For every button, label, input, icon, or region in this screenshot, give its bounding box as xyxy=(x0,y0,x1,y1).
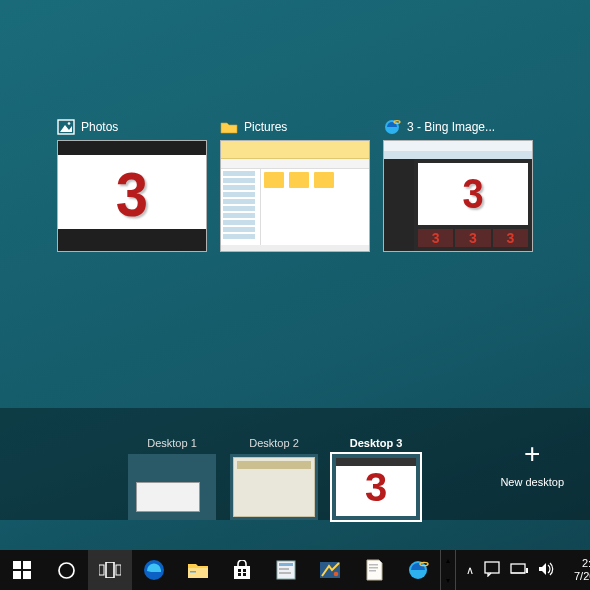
taskbar-scroll[interactable]: ▴ ▾ xyxy=(440,550,456,590)
svg-rect-20 xyxy=(243,573,246,576)
svg-marker-1 xyxy=(60,125,72,132)
action-center-icon[interactable] xyxy=(484,561,500,579)
svg-rect-15 xyxy=(190,571,196,573)
svg-rect-18 xyxy=(243,569,246,572)
task-view-windows: Photos 3 Pictures 3 - xyxy=(57,118,533,252)
network-icon[interactable] xyxy=(510,562,528,578)
virtual-desktop-label: Desktop 3 xyxy=(332,436,420,454)
svg-rect-22 xyxy=(279,563,293,566)
task-view-window-photos[interactable]: Photos 3 xyxy=(57,118,207,252)
virtual-desktop-3[interactable]: Desktop 3 3 xyxy=(332,436,420,520)
svg-rect-29 xyxy=(369,570,376,572)
svg-rect-5 xyxy=(13,561,21,569)
virtual-desktop-1[interactable]: Desktop 1 xyxy=(128,436,216,520)
task-view-window-pictures[interactable]: Pictures xyxy=(220,118,370,252)
taskbar-app-program2[interactable] xyxy=(308,550,352,590)
task-view-window-ie[interactable]: 3 - Bing Image... 3 333 xyxy=(383,118,533,252)
clock-time: 2:24 PM xyxy=(574,557,590,570)
svg-rect-8 xyxy=(23,571,31,579)
svg-rect-28 xyxy=(369,567,378,569)
chevron-down-icon[interactable]: ▾ xyxy=(441,570,455,590)
task-view-button[interactable] xyxy=(88,550,132,590)
start-button[interactable] xyxy=(0,550,44,590)
taskbar-clock[interactable]: 2:24 PM 7/20/2015 xyxy=(564,557,590,583)
svg-rect-16 xyxy=(234,566,250,579)
volume-icon[interactable] xyxy=(538,561,554,579)
svg-rect-23 xyxy=(279,568,289,570)
svg-point-2 xyxy=(68,122,71,125)
svg-rect-34 xyxy=(526,568,528,573)
task-view-window-label: Pictures xyxy=(244,120,287,134)
task-view-thumb-ie[interactable]: 3 333 xyxy=(383,140,533,252)
task-view-thumb-photos[interactable]: 3 xyxy=(57,140,207,252)
virtual-desktop-label: Desktop 1 xyxy=(128,436,216,454)
cortana-button[interactable] xyxy=(44,550,88,590)
svg-point-9 xyxy=(59,563,74,578)
svg-rect-6 xyxy=(23,561,31,569)
new-desktop-button[interactable]: + New desktop xyxy=(500,440,564,488)
svg-rect-27 xyxy=(369,564,378,566)
svg-rect-17 xyxy=(238,569,241,572)
system-tray: ∧ xyxy=(456,561,564,579)
svg-rect-14 xyxy=(188,568,208,578)
taskbar-app-store[interactable] xyxy=(220,550,264,590)
svg-rect-10 xyxy=(99,565,104,575)
svg-rect-12 xyxy=(116,565,121,575)
taskbar-app-ie[interactable] xyxy=(396,550,440,590)
taskbar-app-edge[interactable] xyxy=(132,550,176,590)
taskbar: ▴ ▾ ∧ 2:24 PM 7/20/2015 xyxy=(0,550,590,590)
task-view-window-label: 3 - Bing Image... xyxy=(407,120,495,134)
virtual-desktop-2[interactable]: Desktop 2 xyxy=(230,436,318,520)
svg-point-26 xyxy=(334,572,339,577)
plus-icon: + xyxy=(500,440,564,468)
virtual-desktops-strip: Desktop 1 Desktop 2 Desktop 3 3 + New de… xyxy=(0,408,590,520)
task-view-window-label: Photos xyxy=(81,120,118,134)
ie-icon xyxy=(383,118,401,136)
taskbar-app-file-explorer[interactable] xyxy=(176,550,220,590)
svg-rect-32 xyxy=(485,562,499,573)
svg-rect-7 xyxy=(13,571,21,579)
new-desktop-label: New desktop xyxy=(500,476,564,488)
taskbar-app-program3[interactable] xyxy=(352,550,396,590)
svg-rect-24 xyxy=(279,572,291,574)
clock-date: 7/20/2015 xyxy=(574,570,590,583)
folder-icon xyxy=(220,118,238,136)
svg-rect-33 xyxy=(511,564,525,573)
taskbar-app-program1[interactable] xyxy=(264,550,308,590)
svg-rect-11 xyxy=(106,562,114,578)
virtual-desktop-label: Desktop 2 xyxy=(230,436,318,454)
svg-rect-19 xyxy=(238,573,241,576)
tray-overflow-button[interactable]: ∧ xyxy=(466,564,474,577)
task-view-thumb-explorer[interactable] xyxy=(220,140,370,252)
chevron-up-icon[interactable]: ▴ xyxy=(441,550,455,570)
photos-icon xyxy=(57,118,75,136)
